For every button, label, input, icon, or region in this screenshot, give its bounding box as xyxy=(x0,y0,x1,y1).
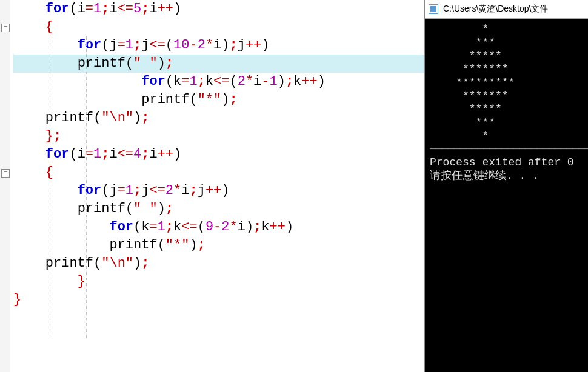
token-fn: j xyxy=(198,183,205,198)
token-op: ; xyxy=(229,92,237,107)
token-paren: ) xyxy=(221,38,229,53)
token-op: * xyxy=(205,38,213,53)
token-op: ; xyxy=(229,38,237,53)
fold-toggle[interactable]: − xyxy=(1,24,10,32)
token-br: } xyxy=(78,274,85,289)
token-fn: i xyxy=(149,1,157,16)
token-paren: ( xyxy=(198,219,205,234)
code-editor[interactable]: −− for(i=1;i<=5;i++) { for(j=1;j<=(10-2*… xyxy=(0,0,424,372)
token-num: 2 xyxy=(198,38,205,53)
token-paren: ( xyxy=(133,219,141,234)
token-num: 1 xyxy=(93,147,101,162)
token-num: 5 xyxy=(133,1,141,16)
token-op: <= xyxy=(118,1,133,16)
token-num: 2 xyxy=(238,74,246,89)
token-op: <= xyxy=(149,38,165,53)
token-paren: ) xyxy=(246,219,253,234)
fold-gutter: −− xyxy=(0,0,10,372)
token-op: = xyxy=(118,183,125,198)
token-paren: ) xyxy=(173,1,181,16)
code-line[interactable]: printf("*"); xyxy=(13,236,424,254)
token-num: 1 xyxy=(125,38,133,53)
code-line[interactable]: for(j=1;j<=(10-2*i);j++) xyxy=(13,36,424,55)
token-fn: printf xyxy=(45,110,93,125)
code-line[interactable]: for(j=1;j<=2*i;j++) xyxy=(13,182,424,200)
code-line[interactable]: for(k=1;k<=(9-2*i);k++) xyxy=(13,218,424,236)
token-op: ; xyxy=(198,74,205,89)
console-line: ******* xyxy=(430,89,588,102)
token-paren: ( xyxy=(93,256,101,271)
token-str: "\n" xyxy=(101,256,133,271)
console-line: * xyxy=(430,129,588,142)
token-op: <= xyxy=(149,183,165,198)
token-fn: j xyxy=(141,38,149,53)
token-paren: ) xyxy=(158,56,165,71)
token-fn: i xyxy=(253,74,261,89)
token-paren: ( xyxy=(101,38,109,53)
token-paren: ) xyxy=(286,219,293,234)
code-line[interactable]: printf(" "); xyxy=(13,55,424,73)
token-fn: k xyxy=(293,74,301,89)
token-op: ; xyxy=(165,201,173,216)
token-str: "*" xyxy=(198,92,222,107)
code-line[interactable]: printf("*"); xyxy=(13,91,424,109)
code-line[interactable]: printf("\n"); xyxy=(13,254,424,273)
token-kw: for xyxy=(109,219,133,234)
token-op: = xyxy=(85,147,93,162)
token-fn: i xyxy=(78,1,85,16)
token-op: ; xyxy=(141,147,149,162)
token-op: ; xyxy=(165,56,173,71)
code-line[interactable]: printf("\n"); xyxy=(13,109,424,127)
token-op: ++ xyxy=(158,1,173,16)
token-fn: i xyxy=(213,38,221,53)
code-line[interactable]: { xyxy=(13,164,424,182)
code-line[interactable]: printf(" "); xyxy=(13,200,424,218)
token-op: ; xyxy=(198,237,205,253)
token-kw: for xyxy=(78,183,102,198)
code-line[interactable]: for(k=1;k<=(2*i-1);k++) xyxy=(13,73,424,91)
token-num: 4 xyxy=(133,147,141,162)
token-num: 9 xyxy=(205,219,213,234)
token-op: <= xyxy=(118,147,133,162)
code-line[interactable]: } xyxy=(13,273,424,291)
token-op: ++ xyxy=(246,38,261,53)
token-kw: for xyxy=(141,74,165,89)
token-paren: ( xyxy=(125,56,133,71)
token-kw: for xyxy=(78,38,102,53)
token-fn: printf xyxy=(109,237,157,253)
token-fn: j xyxy=(109,38,117,53)
token-op: ; xyxy=(133,38,141,53)
console-title-bar[interactable]: C:\Users\黄澄\Desktop\文件 xyxy=(425,0,588,19)
token-br: } xyxy=(13,292,21,307)
token-num: 1 xyxy=(93,1,101,16)
token-paren: ( xyxy=(165,74,173,89)
code-line[interactable]: for(i=1;i<=5;i++) xyxy=(13,0,424,18)
token-br: { xyxy=(45,165,53,180)
token-fn: i xyxy=(149,147,157,162)
token-str: "\n" xyxy=(101,110,133,125)
fold-toggle[interactable]: − xyxy=(1,169,10,178)
token-br: } xyxy=(45,128,53,144)
token-paren: ( xyxy=(125,201,133,216)
token-op: - xyxy=(213,219,221,234)
console-line: ***** xyxy=(430,102,588,116)
token-num: 2 xyxy=(165,183,173,198)
app-icon xyxy=(429,4,438,14)
token-paren: ) xyxy=(318,74,326,89)
token-op: = xyxy=(149,219,157,234)
code-line[interactable]: for(i=1;i<=4;i++) xyxy=(13,145,424,164)
token-paren: ) xyxy=(221,92,229,107)
token-paren: ( xyxy=(93,110,101,125)
code-line[interactable]: }; xyxy=(13,127,424,145)
console-title: C:\Users\黄澄\Desktop\文件 xyxy=(443,4,548,15)
token-num: 1 xyxy=(125,183,133,198)
token-fn: i xyxy=(109,1,117,16)
console-line: 请按任意键继续. . . xyxy=(430,169,588,182)
token-op: ; xyxy=(286,74,293,89)
code-line[interactable]: } xyxy=(13,291,424,309)
token-op: = xyxy=(118,38,125,53)
token-br: { xyxy=(45,19,53,35)
code-line[interactable]: { xyxy=(13,18,424,36)
token-op: ++ xyxy=(205,183,221,198)
token-paren: ) xyxy=(221,183,229,198)
